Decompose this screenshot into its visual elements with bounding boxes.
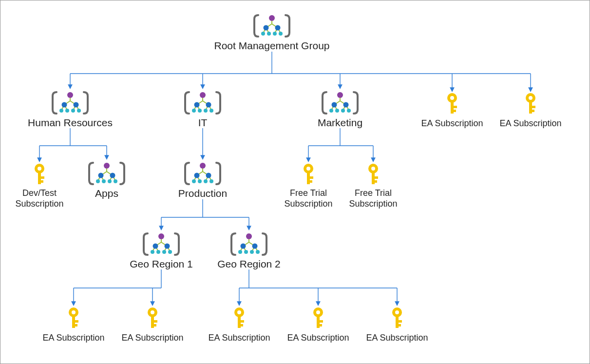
node-geo1-ea-2: EA Subscription xyxy=(121,307,183,343)
node-human-resources: Human Resources xyxy=(28,92,113,128)
production-label: Production xyxy=(178,188,227,199)
node-ea-subscription-1: EA Subscription xyxy=(421,93,483,128)
geo2-ea3-label: EA Subscription xyxy=(366,333,428,343)
management-group-icon xyxy=(89,163,124,184)
devtest-label-2: Subscription xyxy=(15,199,63,209)
node-geo1-ea-1: EA Subscription xyxy=(42,307,104,343)
management-group-icon xyxy=(231,233,266,255)
node-geo2-ea-3: EA Subscription xyxy=(366,307,428,343)
node-geo2-ea-2: EA Subscription xyxy=(287,307,349,343)
node-geo-region-2: Geo Region 2 xyxy=(217,233,281,269)
geo2-label: Geo Region 2 xyxy=(217,258,281,269)
geo1-label: Geo Region 1 xyxy=(130,258,193,269)
node-free-trial-1: Free Trial Subscription xyxy=(284,164,332,209)
root-label: Root Management Group xyxy=(214,40,330,51)
node-devtest-subscription: Dev/Test Subscription xyxy=(15,164,63,209)
node-it: IT xyxy=(185,92,220,128)
geo1-ea1-label: EA Subscription xyxy=(42,333,104,343)
node-marketing: Marketing xyxy=(318,92,362,128)
node-geo-region-1: Geo Region 1 xyxy=(130,233,193,269)
management-group-icon xyxy=(323,92,358,114)
hr-label: Human Resources xyxy=(28,117,113,128)
marketing-label: Marketing xyxy=(318,117,362,128)
key-icon xyxy=(392,307,402,328)
management-group-icon xyxy=(53,92,88,114)
node-root-management-group: Root Management Group xyxy=(214,15,330,51)
key-icon xyxy=(368,164,378,184)
ft1-label-2: Subscription xyxy=(284,199,332,209)
management-group-icon xyxy=(144,233,179,255)
key-icon xyxy=(35,164,44,184)
node-geo2-ea-1: EA Subscription xyxy=(208,307,270,343)
key-icon xyxy=(69,307,78,328)
it-label: IT xyxy=(198,117,208,128)
node-production: Production xyxy=(178,163,227,199)
ea-sub-1-label: EA Subscription xyxy=(421,118,483,128)
devtest-label-1: Dev/Test xyxy=(22,188,57,198)
key-icon xyxy=(148,307,157,328)
key-icon xyxy=(234,307,244,328)
connectors xyxy=(39,52,531,305)
ea-sub-2-label: EA Subscription xyxy=(499,118,561,128)
node-free-trial-2: Free Trial Subscription xyxy=(349,164,397,209)
geo2-ea1-label: EA Subscription xyxy=(208,333,270,343)
geo1-ea2-label: EA Subscription xyxy=(121,333,183,343)
node-ea-subscription-2: EA Subscription xyxy=(499,93,561,128)
diagram-canvas: Root Management Group Human Resources IT… xyxy=(0,0,590,364)
geo2-ea2-label: EA Subscription xyxy=(287,333,349,343)
management-group-icon xyxy=(254,15,289,37)
key-icon xyxy=(313,307,323,328)
apps-label: Apps xyxy=(95,188,118,199)
management-group-icon xyxy=(185,92,220,114)
key-icon xyxy=(526,93,535,114)
ft1-label-1: Free Trial xyxy=(290,188,327,198)
diagram-frame: Root Management Group Human Resources IT… xyxy=(0,0,590,364)
node-apps: Apps xyxy=(89,163,124,199)
ft2-label-2: Subscription xyxy=(349,199,397,209)
key-icon xyxy=(304,164,313,184)
ft2-label-1: Free Trial xyxy=(355,188,392,198)
key-icon xyxy=(447,93,457,114)
management-group-icon xyxy=(185,163,220,184)
